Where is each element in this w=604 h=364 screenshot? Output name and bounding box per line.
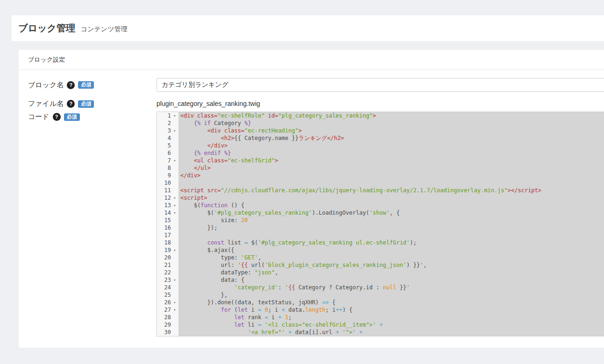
line-gutter: 24 xyxy=(157,284,178,291)
card-body: ブロック名 ? 必須 ファイル名 ? 必須 plugin_category_sa… xyxy=(19,78,604,336)
field-label-file-name: ファイル名 ? 必須 xyxy=(19,99,156,108)
code-line: 23▾ data: { xyxy=(157,276,604,284)
code-line: 4 <h2>{{ Category.name }}ランキング</h2> xyxy=(157,134,604,142)
code-line: 30 '<a href="' + data[i].url + '">' + xyxy=(157,329,604,336)
code-line: 25 }, xyxy=(157,291,604,299)
line-number: 5 xyxy=(157,142,171,149)
fold-gutter-space xyxy=(171,231,178,239)
line-number: 9 xyxy=(157,172,171,179)
line-gutter: 21 xyxy=(157,261,178,269)
line-gutter: 29 xyxy=(157,321,178,329)
code-line: 16 }); xyxy=(157,224,604,231)
code-line-content[interactable]: for (let i = 0; i < data.length; i++) { xyxy=(178,306,604,314)
line-number: 15 xyxy=(157,217,171,224)
line-number: 10 xyxy=(157,179,171,187)
fold-arrow-icon[interactable]: ▾ xyxy=(171,194,178,202)
line-number: 11 xyxy=(157,187,171,194)
fold-arrow-icon[interactable]: ▾ xyxy=(171,276,178,284)
code-line-content[interactable]: <h2>{{ Category.name }}ランキング</h2> xyxy=(178,134,604,142)
code-line-content[interactable]: </div> xyxy=(178,142,604,149)
question-circle-icon[interactable]: ? xyxy=(53,113,61,121)
fold-arrow-icon[interactable]: ▾ xyxy=(171,202,178,209)
code-line-content[interactable] xyxy=(178,231,604,239)
code-line-content[interactable]: </ul> xyxy=(178,164,604,172)
code-line-content[interactable]: $.ajax({ xyxy=(178,246,604,254)
code-line-content[interactable]: {% endif %} xyxy=(178,149,604,157)
code-line: 2 {% if Category %} xyxy=(157,119,604,127)
line-number: 17 xyxy=(157,231,171,239)
question-circle-icon[interactable]: ? xyxy=(67,81,75,89)
fold-arrow-icon[interactable]: ▾ xyxy=(171,157,178,164)
code-line-content[interactable]: size: 20 xyxy=(178,217,604,224)
line-gutter: 8 xyxy=(157,164,178,172)
fold-arrow-icon[interactable]: ▾ xyxy=(171,246,178,254)
code-line-content[interactable]: let rank = i + 1; xyxy=(178,314,604,321)
code-line-content[interactable]: $('#plg_category_sales_ranking').Loading… xyxy=(178,209,604,217)
required-badge: 必須 xyxy=(78,100,94,108)
code-line: 11<script src="//cdnjs.cloudflare.com/aj… xyxy=(157,187,604,194)
page-background: { "header": { "title": "ブロック管理", "breadc… xyxy=(0,0,604,364)
code-line: 21 url: '{{ url('block_plugin_category_s… xyxy=(157,261,604,269)
code-line: 24 'category_id': '{{ Category ? Categor… xyxy=(157,284,604,291)
line-gutter: 7▾ xyxy=(157,157,178,164)
fold-gutter-space xyxy=(171,142,178,149)
line-gutter: 14▾ xyxy=(157,209,178,217)
code-line-content[interactable]: <div class="ec-shelfRole" id="plg_catego… xyxy=(178,112,604,119)
line-number: 30 xyxy=(157,329,171,336)
code-line-content[interactable]: <script> xyxy=(178,194,604,202)
code-line-content[interactable]: }); xyxy=(178,224,604,231)
code-line-content[interactable]: <script src="//cdnjs.cloudflare.com/ajax… xyxy=(178,187,604,194)
code-line-content[interactable]: const list = $('#plg_category_sales_rank… xyxy=(178,239,604,246)
line-number: 27 xyxy=(157,306,171,314)
fold-arrow-icon[interactable]: ▾ xyxy=(171,127,178,134)
code-value: 1▾<div class="ec-shelfRole" id="plg_cate… xyxy=(156,112,604,336)
code-line-content[interactable]: dataType: "json", xyxy=(178,269,604,276)
file-name-value: plugin_category_sales_ranking.twig xyxy=(156,99,604,109)
fold-gutter-space xyxy=(171,164,178,172)
code-line-content[interactable]: '<a href="' + data[i].url + '">' + xyxy=(178,329,604,336)
line-gutter: 15 xyxy=(157,217,178,224)
code-editor[interactable]: 1▾<div class="ec-shelfRole" id="plg_cate… xyxy=(156,112,604,336)
fold-arrow-icon[interactable]: ▾ xyxy=(171,112,178,119)
line-number: 29 xyxy=(157,321,171,329)
code-line-content[interactable]: data: { xyxy=(178,276,604,284)
line-number: 13 xyxy=(157,202,171,209)
line-gutter: 22 xyxy=(157,269,178,276)
code-line-content[interactable]: <ul class="ec-shelfGrid"> xyxy=(178,157,604,164)
code-line-content[interactable] xyxy=(178,179,604,187)
fold-arrow-icon[interactable]: ▾ xyxy=(171,209,178,217)
code-line-content[interactable]: }).done((data, textStatus, jqXHR) => { xyxy=(178,299,604,306)
code-line-content[interactable]: 'category_id': '{{ Category ? Category.i… xyxy=(178,284,604,291)
code-line-content[interactable]: </div> xyxy=(178,172,604,179)
line-gutter: 26▾ xyxy=(157,299,178,306)
question-circle-icon[interactable]: ? xyxy=(67,100,75,108)
code-line-content[interactable]: <div class="ec-rectHeading"> xyxy=(178,127,604,134)
form-row-file-name: ファイル名 ? 必須 plugin_category_sales_ranking… xyxy=(19,99,604,109)
code-line-content[interactable]: url: '{{ url('block_plugin_category_sale… xyxy=(178,261,604,269)
line-number: 25 xyxy=(157,291,171,299)
line-gutter: 5 xyxy=(157,142,178,149)
form-row-block-name: ブロック名 ? 必須 xyxy=(19,78,604,92)
code-line: 22 dataType: "json", xyxy=(157,269,604,276)
line-number: 6 xyxy=(157,149,171,157)
fold-arrow-icon[interactable]: ▾ xyxy=(171,306,178,314)
card-title: ブロック設定 xyxy=(28,56,65,64)
code-line-content[interactable]: }, xyxy=(178,291,604,299)
code-line: 6 {% endif %} xyxy=(157,149,604,157)
block-name-input[interactable] xyxy=(156,78,604,92)
code-line-content[interactable]: {% if Category %} xyxy=(178,119,604,127)
code-line-content[interactable]: let li = '<li class="ec-shelfGrid__item"… xyxy=(178,321,604,329)
line-gutter: 19▾ xyxy=(157,246,178,254)
fold-gutter-space xyxy=(171,224,178,231)
code-line: 17 xyxy=(157,231,604,239)
code-label: コード xyxy=(28,112,50,121)
line-gutter: 20 xyxy=(157,254,178,261)
fold-arrow-icon[interactable]: ▾ xyxy=(171,299,178,306)
line-gutter: 2 xyxy=(157,119,178,127)
code-line-content[interactable]: $(function () { xyxy=(178,202,604,209)
code-line-content[interactable]: type: 'GET', xyxy=(178,254,604,261)
code-line: 9</div> xyxy=(157,172,604,179)
line-number: 4 xyxy=(157,134,171,142)
line-gutter: 9 xyxy=(157,172,178,179)
fold-gutter-space xyxy=(171,284,178,291)
